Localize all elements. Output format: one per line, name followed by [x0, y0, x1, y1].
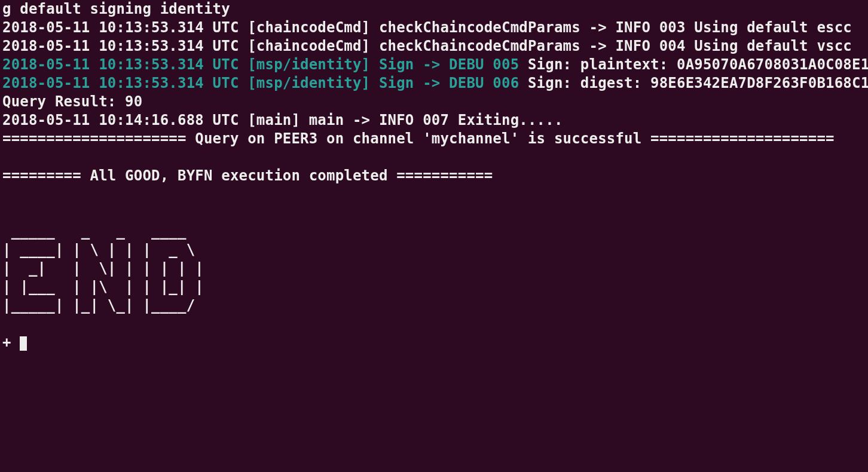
log-line-debug-prefix: 2018-05-11 10:13:53.314 UTC [msp/identit… [2, 75, 519, 91]
log-line: 2018-05-11 10:13:53.314 UTC [chaincodeCm… [2, 38, 852, 54]
ascii-art-line: | ____| | \ | | | _ \ [2, 241, 213, 258]
cursor [20, 336, 27, 351]
ascii-art-line: |_____| |_| \_| |____/ [2, 297, 213, 314]
terminal-output[interactable]: g default signing identity 2018-05-11 10… [0, 0, 868, 352]
ascii-art-line: | |___ | |\ | | |_| | [2, 278, 213, 295]
log-line: 2018-05-11 10:13:53.314 UTC [chaincodeCm… [2, 19, 852, 36]
log-line: Sign: plaintext: 0A95070A6708031A0C08E1D… [519, 56, 868, 73]
completion-line: ========= All GOOD, BYFN execution compl… [2, 167, 502, 184]
prompt: + [2, 334, 20, 351]
log-line: Sign: digest: 98E6E342EA7D8F263F0B168C10… [519, 75, 868, 91]
log-line-debug-prefix: 2018-05-11 10:13:53.314 UTC [msp/identit… [2, 56, 519, 73]
log-line: g default signing identity [2, 1, 230, 17]
ascii-art-line: | _| | \| | | | | | [2, 260, 213, 277]
ascii-art-line: _____ _ _ ____ [2, 223, 213, 240]
status-line: ===================== Query on PEER3 on … [2, 130, 843, 147]
log-line: 2018-05-11 10:14:16.688 UTC [main] main … [2, 112, 563, 128]
query-result-line: Query Result: 90 [2, 93, 142, 110]
